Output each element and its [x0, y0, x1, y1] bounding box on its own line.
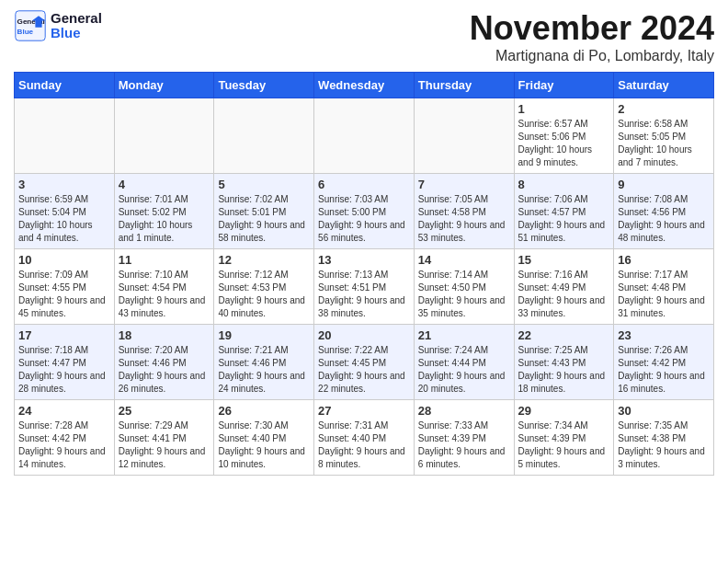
day-info: Sunrise: 7:30 AM Sunset: 4:40 PM Dayligh…	[218, 419, 310, 471]
calendar-table: Sunday Monday Tuesday Wednesday Thursday…	[14, 72, 714, 476]
calendar-cell: 27Sunrise: 7:31 AM Sunset: 4:40 PM Dayli…	[314, 400, 415, 476]
day-info: Sunrise: 7:24 AM Sunset: 4:44 PM Dayligh…	[418, 344, 510, 396]
day-number: 18	[119, 328, 210, 342]
day-number: 7	[418, 178, 510, 191]
logo-general: General	[51, 11, 102, 27]
calendar-cell	[114, 98, 214, 174]
day-info: Sunrise: 7:35 AM Sunset: 4:38 PM Dayligh…	[618, 419, 710, 471]
day-number: 23	[618, 328, 710, 342]
day-info: Sunrise: 7:13 AM Sunset: 4:51 PM Dayligh…	[318, 269, 410, 320]
calendar-week-2: 3Sunrise: 6:59 AM Sunset: 5:04 PM Daylig…	[15, 174, 714, 249]
calendar-week-5: 24Sunrise: 7:28 AM Sunset: 4:42 PM Dayli…	[15, 400, 714, 476]
day-number: 5	[218, 178, 310, 191]
calendar-cell: 21Sunrise: 7:24 AM Sunset: 4:44 PM Dayli…	[414, 325, 514, 400]
calendar-cell: 13Sunrise: 7:13 AM Sunset: 4:51 PM Dayli…	[314, 249, 415, 325]
svg-text:Blue: Blue	[17, 28, 34, 36]
calendar-cell: 10Sunrise: 7:09 AM Sunset: 4:55 PM Dayli…	[15, 249, 115, 325]
day-info: Sunrise: 7:22 AM Sunset: 4:45 PM Dayligh…	[318, 344, 410, 396]
day-number: 4	[119, 178, 210, 191]
calendar-cell	[414, 98, 514, 174]
calendar-cell: 4Sunrise: 7:01 AM Sunset: 5:02 PM Daylig…	[114, 174, 214, 249]
day-info: Sunrise: 7:08 AM Sunset: 4:56 PM Dayligh…	[618, 193, 710, 245]
day-number: 24	[18, 404, 110, 418]
calendar-cell: 8Sunrise: 7:06 AM Sunset: 4:57 PM Daylig…	[514, 174, 614, 249]
calendar-week-3: 10Sunrise: 7:09 AM Sunset: 4:55 PM Dayli…	[15, 249, 714, 325]
day-number: 2	[618, 102, 710, 116]
day-number: 11	[119, 253, 210, 267]
calendar-cell: 23Sunrise: 7:26 AM Sunset: 4:42 PM Dayli…	[614, 325, 714, 400]
calendar-cell: 14Sunrise: 7:14 AM Sunset: 4:50 PM Dayli…	[414, 249, 514, 325]
calendar-cell: 5Sunrise: 7:02 AM Sunset: 5:01 PM Daylig…	[214, 174, 314, 249]
day-info: Sunrise: 7:16 AM Sunset: 4:49 PM Dayligh…	[518, 269, 610, 320]
day-number: 15	[518, 253, 610, 267]
day-info: Sunrise: 7:05 AM Sunset: 4:58 PM Dayligh…	[418, 193, 510, 245]
calendar-week-1: 1Sunrise: 6:57 AM Sunset: 5:06 PM Daylig…	[15, 98, 714, 174]
day-info: Sunrise: 7:20 AM Sunset: 4:46 PM Dayligh…	[119, 344, 210, 396]
title-section: November 2024 Martignana di Po, Lombardy…	[470, 9, 714, 64]
day-number: 20	[318, 328, 410, 342]
day-info: Sunrise: 7:29 AM Sunset: 4:41 PM Dayligh…	[119, 419, 210, 471]
th-sunday: Sunday	[15, 73, 115, 98]
location: Martignana di Po, Lombardy, Italy	[470, 48, 714, 64]
day-number: 1	[518, 102, 610, 116]
month-title: November 2024	[470, 9, 714, 48]
day-number: 29	[518, 404, 610, 418]
page-container: General Blue General Blue November 2024 …	[0, 0, 728, 485]
calendar-cell: 28Sunrise: 7:33 AM Sunset: 4:39 PM Dayli…	[414, 400, 514, 476]
calendar-cell: 9Sunrise: 7:08 AM Sunset: 4:56 PM Daylig…	[614, 174, 714, 249]
header: General Blue General Blue November 2024 …	[14, 9, 714, 64]
day-info: Sunrise: 7:03 AM Sunset: 5:00 PM Dayligh…	[318, 193, 410, 245]
day-number: 28	[418, 404, 510, 418]
day-number: 21	[418, 328, 510, 342]
day-number: 3	[18, 178, 110, 191]
th-monday: Monday	[114, 73, 214, 98]
day-info: Sunrise: 6:58 AM Sunset: 5:05 PM Dayligh…	[618, 118, 710, 169]
calendar-week-4: 17Sunrise: 7:18 AM Sunset: 4:47 PM Dayli…	[15, 325, 714, 400]
logo-icon: General Blue	[14, 9, 47, 42]
day-info: Sunrise: 7:06 AM Sunset: 4:57 PM Dayligh…	[518, 193, 610, 245]
calendar-cell: 19Sunrise: 7:21 AM Sunset: 4:46 PM Dayli…	[214, 325, 314, 400]
calendar-cell: 12Sunrise: 7:12 AM Sunset: 4:53 PM Dayli…	[214, 249, 314, 325]
calendar-header-row: Sunday Monday Tuesday Wednesday Thursday…	[15, 73, 714, 98]
calendar-cell: 6Sunrise: 7:03 AM Sunset: 5:00 PM Daylig…	[314, 174, 415, 249]
day-info: Sunrise: 7:18 AM Sunset: 4:47 PM Dayligh…	[18, 344, 110, 396]
day-number: 22	[518, 328, 610, 342]
day-number: 16	[618, 253, 710, 267]
th-wednesday: Wednesday	[314, 73, 415, 98]
day-number: 26	[218, 404, 310, 418]
logo: General Blue General Blue	[14, 9, 102, 42]
day-number: 25	[119, 404, 210, 418]
calendar-cell: 25Sunrise: 7:29 AM Sunset: 4:41 PM Dayli…	[114, 400, 214, 476]
day-number: 10	[18, 253, 110, 267]
day-info: Sunrise: 7:02 AM Sunset: 5:01 PM Dayligh…	[218, 193, 310, 245]
calendar-cell	[314, 98, 415, 174]
calendar-cell: 17Sunrise: 7:18 AM Sunset: 4:47 PM Dayli…	[15, 325, 115, 400]
day-info: Sunrise: 7:21 AM Sunset: 4:46 PM Dayligh…	[218, 344, 310, 396]
logo-blue: Blue	[51, 26, 102, 41]
day-info: Sunrise: 6:57 AM Sunset: 5:06 PM Dayligh…	[518, 118, 610, 169]
day-info: Sunrise: 7:14 AM Sunset: 4:50 PM Dayligh…	[418, 269, 510, 320]
th-tuesday: Tuesday	[214, 73, 314, 98]
day-number: 12	[218, 253, 310, 267]
calendar-cell: 15Sunrise: 7:16 AM Sunset: 4:49 PM Dayli…	[514, 249, 614, 325]
day-info: Sunrise: 7:33 AM Sunset: 4:39 PM Dayligh…	[418, 419, 510, 471]
day-info: Sunrise: 7:26 AM Sunset: 4:42 PM Dayligh…	[618, 344, 710, 396]
day-number: 19	[218, 328, 310, 342]
day-info: Sunrise: 7:12 AM Sunset: 4:53 PM Dayligh…	[218, 269, 310, 320]
calendar-cell: 3Sunrise: 6:59 AM Sunset: 5:04 PM Daylig…	[15, 174, 115, 249]
day-number: 17	[18, 328, 110, 342]
calendar-cell: 1Sunrise: 6:57 AM Sunset: 5:06 PM Daylig…	[514, 98, 614, 174]
day-number: 27	[318, 404, 410, 418]
day-info: Sunrise: 7:09 AM Sunset: 4:55 PM Dayligh…	[18, 269, 110, 320]
th-friday: Friday	[514, 73, 614, 98]
th-saturday: Saturday	[614, 73, 714, 98]
day-number: 9	[618, 178, 710, 191]
calendar-cell: 7Sunrise: 7:05 AM Sunset: 4:58 PM Daylig…	[414, 174, 514, 249]
calendar-cell: 26Sunrise: 7:30 AM Sunset: 4:40 PM Dayli…	[214, 400, 314, 476]
day-number: 8	[518, 178, 610, 191]
calendar-cell: 22Sunrise: 7:25 AM Sunset: 4:43 PM Dayli…	[514, 325, 614, 400]
th-thursday: Thursday	[414, 73, 514, 98]
day-info: Sunrise: 6:59 AM Sunset: 5:04 PM Dayligh…	[18, 193, 110, 245]
day-info: Sunrise: 7:31 AM Sunset: 4:40 PM Dayligh…	[318, 419, 410, 471]
day-number: 30	[618, 404, 710, 418]
